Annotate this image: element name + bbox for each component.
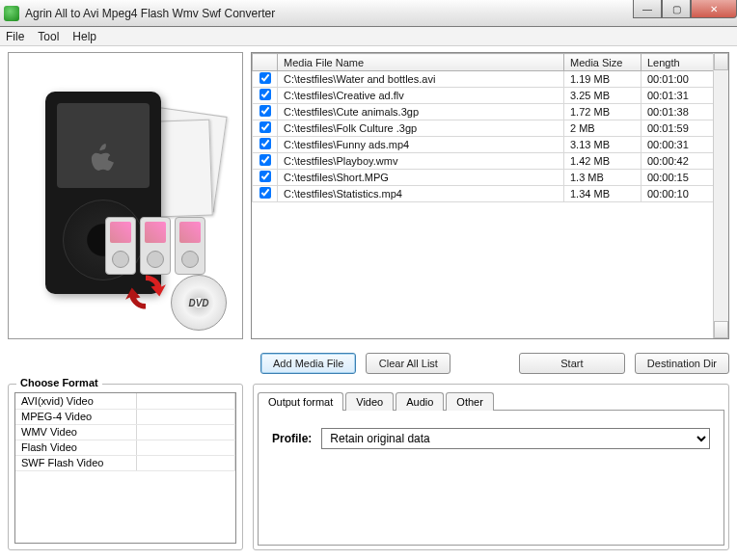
- cell-name: C:\testfiles\Water and bottles.avi: [278, 71, 564, 88]
- list-item[interactable]: SWF Flash Video: [15, 455, 235, 470]
- table-row[interactable]: C:\testfiles\Cute animals.3gp1.72 MB00:0…: [253, 104, 728, 120]
- cell-size: 3.25 MB: [564, 88, 641, 104]
- destination-dir-button[interactable]: Destination Dir: [635, 353, 729, 374]
- row-checkbox[interactable]: [259, 138, 271, 149]
- mini-players-graphic: [105, 217, 205, 275]
- settings-tabs: Output format Video Audio Other: [258, 388, 724, 410]
- col-size[interactable]: Media Size: [564, 54, 641, 71]
- col-name[interactable]: Media File Name: [278, 54, 564, 71]
- tab-output-format[interactable]: Output format: [258, 392, 343, 411]
- list-item[interactable]: AVI(xvid) Video: [15, 393, 235, 409]
- minimize-button[interactable]: —: [633, 0, 662, 18]
- format-list[interactable]: AVI(xvid) VideoMPEG-4 VideoWMV VideoFlas…: [14, 392, 236, 544]
- format-name: SWF Flash Video: [15, 455, 136, 470]
- convert-arrows-icon: [124, 271, 167, 313]
- table-row[interactable]: C:\testfiles\Short.MPG1.3 MB00:00:15: [253, 170, 728, 186]
- preview-pane: DVD: [8, 52, 243, 339]
- cell-size: 1.19 MB: [564, 71, 641, 88]
- file-list: Media File Name Media Size Length C:\tes…: [251, 52, 729, 339]
- cell-name: C:\testfiles\Short.MPG: [278, 170, 564, 186]
- cell-name: C:\testfiles\Funny ads.mp4: [278, 137, 564, 153]
- cell-size: 3.13 MB: [564, 137, 641, 153]
- app-window: Agrin All to Avi Mpeg4 Flash Wmv Swf Con…: [0, 0, 737, 560]
- cell-name: C:\testfiles\Statistics.mp4: [278, 186, 564, 202]
- vertical-scrollbar[interactable]: [713, 53, 728, 338]
- table-row[interactable]: C:\testfiles\Folk Culture .3gp2 MB00:01:…: [253, 120, 728, 137]
- titlebar: Agrin All to Avi Mpeg4 Flash Wmv Swf Con…: [0, 0, 737, 27]
- add-media-button[interactable]: Add Media File: [260, 353, 356, 374]
- choose-format-group: Choose Format AVI(xvid) VideoMPEG-4 Vide…: [8, 384, 243, 550]
- table-row[interactable]: C:\testfiles\Statistics.mp41.34 MB00:00:…: [253, 186, 728, 202]
- cell-size: 1.42 MB: [564, 153, 641, 170]
- list-item[interactable]: WMV Video: [15, 424, 235, 440]
- col-check[interactable]: [253, 54, 278, 71]
- format-name: AVI(xvid) Video: [15, 393, 136, 409]
- row-checkbox[interactable]: [259, 171, 271, 182]
- cell-size: 1.34 MB: [564, 186, 641, 202]
- table-row[interactable]: C:\testfiles\Creative ad.flv3.25 MB00:01…: [253, 88, 728, 104]
- row-checkbox[interactable]: [259, 187, 271, 199]
- clear-all-button[interactable]: Clear All List: [366, 353, 450, 374]
- row-checkbox[interactable]: [259, 154, 271, 166]
- tab-other[interactable]: Other: [446, 392, 494, 411]
- cell-name: C:\testfiles\Cute animals.3gp: [278, 104, 564, 120]
- maximize-button[interactable]: ▢: [662, 0, 691, 18]
- cell-size: 1.3 MB: [564, 170, 641, 186]
- cell-name: C:\testfiles\Folk Culture .3gp: [278, 120, 564, 137]
- start-button[interactable]: Start: [519, 353, 625, 374]
- cell-name: C:\testfiles\Creative ad.flv: [278, 88, 564, 104]
- profile-select[interactable]: Retain original data: [321, 428, 710, 449]
- table-row[interactable]: C:\testfiles\Water and bottles.avi1.19 M…: [253, 71, 728, 88]
- menu-tool[interactable]: Tool: [38, 30, 59, 43]
- menubar: File Tool Help: [0, 27, 737, 46]
- choose-format-legend: Choose Format: [16, 377, 102, 388]
- table-row[interactable]: C:\testfiles\Funny ads.mp43.13 MB00:00:3…: [253, 137, 728, 153]
- row-checkbox[interactable]: [259, 89, 271, 100]
- close-button[interactable]: ✕: [691, 0, 737, 18]
- format-name: MPEG-4 Video: [15, 409, 136, 424]
- menu-file[interactable]: File: [6, 30, 24, 43]
- app-icon: [4, 6, 19, 21]
- row-checkbox[interactable]: [259, 105, 271, 117]
- profile-label: Profile:: [272, 432, 312, 445]
- cell-size: 1.72 MB: [564, 104, 641, 120]
- dvd-disc-icon: DVD: [171, 275, 227, 331]
- list-item[interactable]: Flash Video: [15, 440, 235, 455]
- cell-name: C:\testfiles\Playboy.wmv: [278, 153, 564, 170]
- output-settings-group: Output format Video Audio Other Profile:…: [253, 384, 729, 550]
- list-item[interactable]: MPEG-4 Video: [15, 409, 235, 424]
- tab-audio[interactable]: Audio: [396, 392, 444, 411]
- row-checkbox[interactable]: [259, 121, 271, 133]
- row-checkbox[interactable]: [259, 72, 271, 84]
- format-name: WMV Video: [15, 424, 136, 440]
- table-row[interactable]: C:\testfiles\Playboy.wmv1.42 MB00:00:42: [253, 153, 728, 170]
- apple-logo-icon: [89, 144, 118, 176]
- window-title: Agrin All to Avi Mpeg4 Flash Wmv Swf Con…: [25, 7, 733, 20]
- format-name: Flash Video: [15, 440, 136, 455]
- tab-panel-output: Profile: Retain original data: [258, 410, 724, 546]
- cell-size: 2 MB: [564, 120, 641, 137]
- menu-help[interactable]: Help: [72, 30, 96, 43]
- tab-video[interactable]: Video: [345, 392, 394, 411]
